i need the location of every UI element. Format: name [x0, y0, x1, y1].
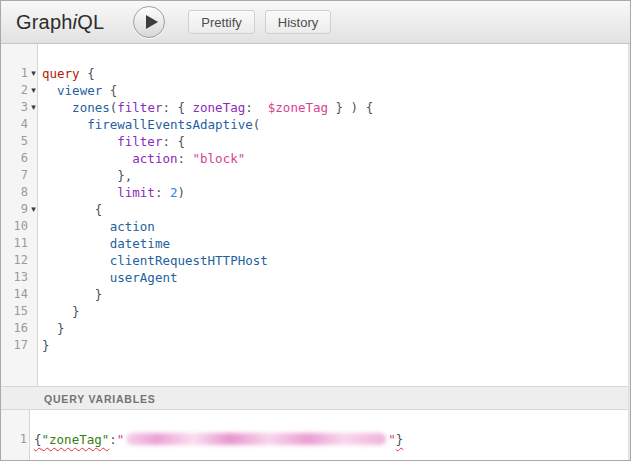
- code-line[interactable]: 8 limit: 2): [1, 184, 630, 201]
- code-token: query: [42, 66, 80, 81]
- code-token: [42, 287, 95, 302]
- fold-gutter-spacer: [28, 167, 39, 184]
- gutter-cell: 8: [1, 184, 39, 201]
- code-text[interactable]: action: [39, 218, 155, 235]
- editor-right-edge: [628, 44, 630, 460]
- code-token: [42, 236, 110, 251]
- query-code-area[interactable]: 1▾query {2▾ viewer {3▾ zones(filter: { z…: [1, 44, 630, 354]
- code-text[interactable]: action: "block": [39, 150, 245, 167]
- code-text[interactable]: }: [39, 320, 65, 337]
- code-text[interactable]: datetime: [39, 235, 170, 252]
- code-line[interactable]: 4 firewallEventsAdaptive(: [1, 116, 630, 133]
- fold-gutter-spacer: [28, 320, 39, 337]
- gutter-cell: 6: [1, 150, 39, 167]
- chevron-down-icon[interactable]: ▾: [28, 201, 39, 218]
- history-button[interactable]: History: [265, 10, 331, 34]
- code-token: } ) {: [328, 100, 373, 115]
- code-line[interactable]: 10 action: [1, 218, 630, 235]
- code-line[interactable]: 1{"zoneTag":""}: [1, 431, 630, 448]
- code-token: }: [396, 432, 404, 447]
- graphiql-topbar: GraphiQL Prettify History: [1, 1, 630, 44]
- fold-gutter-spacer: [28, 184, 39, 201]
- gutter-cell: 17: [1, 337, 39, 354]
- chevron-down-icon[interactable]: ▾: [28, 82, 39, 99]
- code-token: {: [102, 83, 117, 98]
- fold-gutter-spacer: [28, 235, 39, 252]
- fold-gutter-spacer: [28, 252, 39, 269]
- chevron-down-icon[interactable]: ▾: [28, 65, 39, 82]
- code-line[interactable]: 16 }: [1, 320, 630, 337]
- code-text[interactable]: },: [39, 167, 132, 184]
- code-line[interactable]: 15 }: [1, 303, 630, 320]
- code-token: firewallEventsAdaptive: [87, 117, 253, 132]
- line-number: 6: [1, 150, 28, 167]
- code-text[interactable]: firewallEventsAdaptive(: [39, 116, 260, 133]
- code-text[interactable]: zones(filter: { zoneTag: $zoneTag } ) {: [39, 99, 373, 116]
- code-text[interactable]: clientRequestHTTPHost: [39, 252, 268, 269]
- play-icon: [146, 15, 158, 29]
- gutter-cell: 13: [1, 269, 39, 286]
- query-editor[interactable]: 1▾query {2▾ viewer {3▾ zones(filter: { z…: [1, 44, 630, 386]
- code-line[interactable]: 14 }: [1, 286, 630, 303]
- code-line[interactable]: 6 action: "block": [1, 150, 630, 167]
- code-text[interactable]: limit: 2): [39, 184, 185, 201]
- query-variables-header[interactable]: Query Variables: [1, 386, 630, 410]
- code-token: "block": [193, 151, 246, 166]
- variables-code-area[interactable]: 1{"zoneTag":""}: [1, 410, 630, 448]
- code-line[interactable]: 2▾ viewer {: [1, 82, 630, 99]
- gutter-cell: 15: [1, 303, 39, 320]
- code-text[interactable]: }: [39, 337, 50, 354]
- code-token: filter: [117, 134, 162, 149]
- execute-query-button[interactable]: [133, 6, 165, 38]
- line-number: 10: [1, 218, 28, 235]
- code-line[interactable]: 9▾ {: [1, 201, 630, 218]
- code-token: [42, 185, 117, 200]
- prettify-button[interactable]: Prettify: [188, 10, 254, 34]
- code-line[interactable]: 13 userAgent: [1, 269, 630, 286]
- code-token: }: [42, 338, 50, 353]
- line-number: 15: [1, 303, 28, 320]
- code-token: zoneTag: [193, 100, 246, 115]
- code-token: :: [155, 185, 170, 200]
- code-token: [42, 270, 110, 285]
- code-text[interactable]: query {: [39, 65, 95, 82]
- code-line[interactable]: 3▾ zones(filter: { zoneTag: $zoneTag } )…: [1, 99, 630, 116]
- code-text[interactable]: userAgent: [39, 269, 177, 286]
- gutter-cell: 1▾: [1, 65, 39, 82]
- code-text[interactable]: filter: {: [39, 133, 185, 150]
- code-token: },: [117, 168, 132, 183]
- code-token: {: [80, 66, 95, 81]
- code-token: ): [178, 185, 186, 200]
- line-number: 7: [1, 167, 28, 184]
- code-text[interactable]: {"zoneTag":""}: [31, 431, 403, 448]
- query-variables-editor[interactable]: 1{"zoneTag":""}: [1, 410, 630, 460]
- code-text[interactable]: viewer {: [39, 82, 117, 99]
- code-line[interactable]: 7 },: [1, 167, 630, 184]
- code-token: [42, 83, 57, 98]
- logo-text-graph: Graph: [16, 11, 73, 33]
- chevron-down-icon[interactable]: ▾: [28, 99, 39, 116]
- code-text[interactable]: }: [39, 303, 80, 320]
- line-number: 16: [1, 320, 28, 337]
- code-token: }: [57, 321, 65, 336]
- query-variables-title: Query Variables: [44, 393, 156, 405]
- code-line[interactable]: 5 filter: {: [1, 133, 630, 150]
- gutter-cell: 3▾: [1, 99, 39, 116]
- code-text[interactable]: }: [39, 286, 102, 303]
- line-number: 13: [1, 269, 28, 286]
- line-number: 12: [1, 252, 28, 269]
- fold-gutter-spacer: [28, 218, 39, 235]
- code-text[interactable]: {: [39, 201, 102, 218]
- gutter-cell: 9▾: [1, 201, 39, 218]
- code-line[interactable]: 12 clientRequestHTTPHost: [1, 252, 630, 269]
- code-line[interactable]: 1▾query {: [1, 65, 630, 82]
- code-line[interactable]: 11 datetime: [1, 235, 630, 252]
- code-token: action: [132, 151, 177, 166]
- line-number: 17: [1, 337, 28, 354]
- code-line[interactable]: 17}: [1, 337, 630, 354]
- code-token: "zoneTag": [42, 432, 110, 447]
- fold-gutter-spacer: [28, 337, 39, 354]
- code-token: [42, 117, 87, 132]
- line-number: 11: [1, 235, 28, 252]
- code-token: datetime: [110, 236, 170, 251]
